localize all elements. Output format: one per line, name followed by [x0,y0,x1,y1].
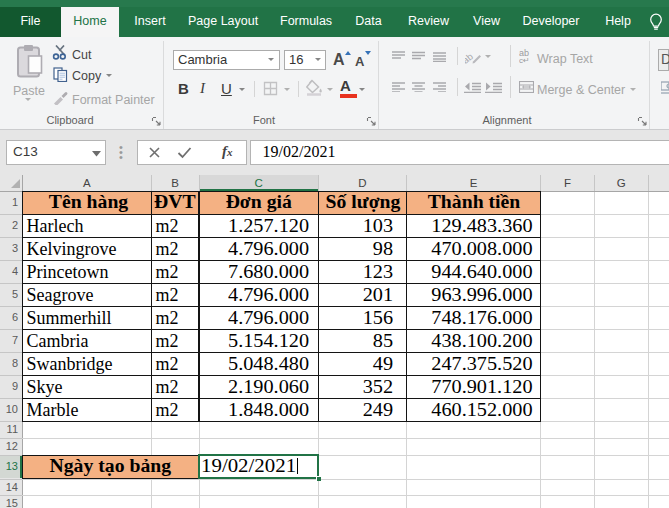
svg-text:c↵: c↵ [519,56,530,63]
